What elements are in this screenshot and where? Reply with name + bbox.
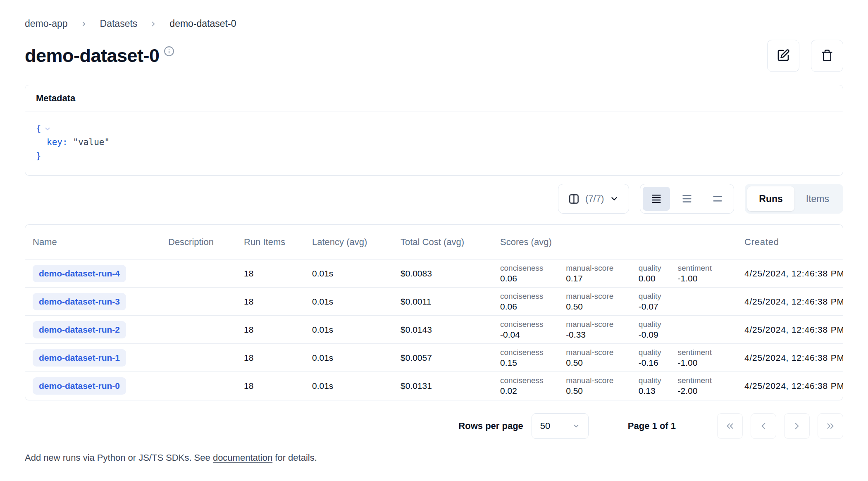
breadcrumb-item-project[interactable]: demo-app (25, 18, 68, 29)
page-indicator: Page 1 of 1 (628, 421, 676, 431)
chevron-right-icon (792, 421, 802, 431)
chevron-right-icon (150, 20, 157, 28)
score-value: -1.00 (678, 357, 738, 368)
score-label: manual-score (566, 376, 639, 386)
score-slot: conciseness0.06 (500, 291, 566, 312)
last-page-button[interactable] (818, 413, 843, 439)
delete-dataset-button[interactable] (811, 40, 843, 72)
score-label: conciseness (500, 291, 566, 301)
score-value: -0.07 (639, 301, 678, 312)
score-slot: manual-score-0.33 (566, 319, 639, 340)
score-slot: quality-0.16 (639, 348, 678, 368)
previous-page-button[interactable] (751, 413, 776, 439)
score-value: -0.09 (639, 329, 678, 340)
title-row: demo-dataset-0 (25, 39, 843, 72)
run-created-cell: 4/25/2024, 12:46:38 PM (738, 269, 843, 279)
runs-table: Name Description Run Items Latency (avg)… (25, 224, 843, 400)
run-latency-cell: 0.01s (305, 325, 394, 335)
metadata-json-viewer: { key: "value" } (25, 112, 843, 175)
run-name-link[interactable]: demo-dataset-run-1 (33, 349, 126, 367)
run-scores-cell: conciseness0.02manual-score0.50quality0.… (494, 376, 738, 396)
table-row: demo-dataset-run-3 18 0.01s $0.0011 conc… (25, 288, 843, 316)
edit-dataset-button[interactable] (767, 40, 799, 72)
trash-icon (821, 49, 833, 63)
row-height-small-button[interactable] (643, 187, 670, 211)
chevron-left-icon (758, 421, 769, 431)
row-height-large-button[interactable] (704, 187, 731, 211)
score-slot: quality0.13 (639, 376, 678, 396)
score-label: quality (639, 319, 678, 329)
score-slot: sentiment-1.00 (678, 263, 738, 284)
columns-icon (568, 193, 579, 205)
score-label: sentiment (678, 348, 738, 357)
column-header-scores: Scores (avg) (494, 237, 738, 248)
page-title: demo-dataset-0 (25, 45, 160, 67)
run-scores-cell: conciseness-0.04manual-score-0.33quality… (494, 319, 738, 340)
run-items-cell: 18 (237, 353, 305, 363)
score-slot: manual-score0.50 (566, 376, 639, 396)
run-total-cost-cell: $0.0143 (394, 325, 494, 335)
run-items-cell: 18 (237, 269, 305, 279)
score-slot: conciseness0.06 (500, 263, 566, 284)
run-name-cell: demo-dataset-run-4 (25, 265, 162, 282)
sdk-hint-before: Add new runs via Python or JS/TS SDKs. S… (25, 452, 213, 463)
breadcrumb-item-datasets[interactable]: Datasets (100, 18, 138, 29)
row-height-medium-button[interactable] (673, 187, 701, 211)
dataset-detail-page: demo-app Datasets demo-dataset-0 demo-da… (0, 18, 868, 463)
info-icon[interactable] (164, 46, 174, 58)
column-header-total-cost: Total Cost (avg) (394, 237, 494, 248)
tab-items[interactable]: Items (794, 186, 841, 211)
score-label: sentiment (678, 376, 738, 386)
first-page-button[interactable] (717, 413, 743, 439)
run-name-link[interactable]: demo-dataset-run-3 (33, 293, 126, 310)
run-items-cell: 18 (237, 297, 305, 307)
documentation-link[interactable]: documentation (213, 452, 272, 463)
rows-large-icon (712, 193, 723, 205)
column-header-name: Name (25, 237, 162, 248)
score-slot: manual-score0.50 (566, 348, 639, 368)
row-height-toggle-group (640, 184, 734, 214)
table-row: demo-dataset-run-4 18 0.01s $0.0083 conc… (25, 260, 843, 288)
breadcrumb-item-current: demo-dataset-0 (169, 18, 236, 29)
run-name-cell: demo-dataset-run-3 (25, 293, 162, 310)
run-latency-cell: 0.01s (305, 381, 394, 391)
score-value: 0.50 (566, 357, 639, 368)
chevrons-right-icon (825, 421, 836, 431)
score-label: conciseness (500, 376, 566, 386)
sdk-hint-after: for details. (272, 452, 317, 463)
metadata-panel: Metadata { key: "value" } (25, 85, 843, 176)
column-visibility-button[interactable]: (7/7) (558, 184, 629, 214)
tab-runs[interactable]: Runs (747, 186, 794, 211)
score-value: 0.06 (500, 301, 566, 312)
score-slot: manual-score0.50 (566, 291, 639, 312)
chevrons-left-icon (725, 421, 735, 431)
run-latency-cell: 0.01s (305, 353, 394, 363)
score-value: 0.15 (500, 357, 566, 368)
score-slot: sentiment-1.00 (678, 348, 738, 368)
chevron-down-icon (572, 422, 580, 430)
next-page-button[interactable] (784, 413, 810, 439)
score-value: 0.50 (566, 301, 639, 312)
score-value: -0.16 (639, 357, 678, 368)
column-header-description: Description (162, 237, 237, 248)
rows-per-page-select[interactable]: 50 (532, 413, 589, 439)
run-scores-cell: conciseness0.06manual-score0.17quality0.… (494, 263, 738, 284)
score-label: conciseness (500, 319, 566, 329)
score-slot: quality-0.09 (639, 319, 678, 340)
score-value: -2.00 (678, 386, 738, 396)
score-label: quality (639, 263, 678, 273)
score-slot: conciseness-0.04 (500, 319, 566, 340)
run-name-link[interactable]: demo-dataset-run-2 (33, 321, 126, 338)
score-label: conciseness (500, 263, 566, 273)
run-name-link[interactable]: demo-dataset-run-0 (33, 377, 126, 395)
json-key: key: (47, 136, 68, 149)
rows-small-icon (651, 193, 662, 205)
rows-medium-icon (681, 193, 693, 205)
table-row: demo-dataset-run-2 18 0.01s $0.0143 conc… (25, 316, 843, 344)
json-close-brace: } (36, 149, 41, 163)
score-slot: conciseness0.02 (500, 376, 566, 396)
run-items-cell: 18 (237, 325, 305, 335)
run-name-link[interactable]: demo-dataset-run-4 (33, 265, 126, 282)
collapse-json-icon[interactable] (44, 125, 51, 133)
run-total-cost-cell: $0.0131 (394, 381, 494, 391)
